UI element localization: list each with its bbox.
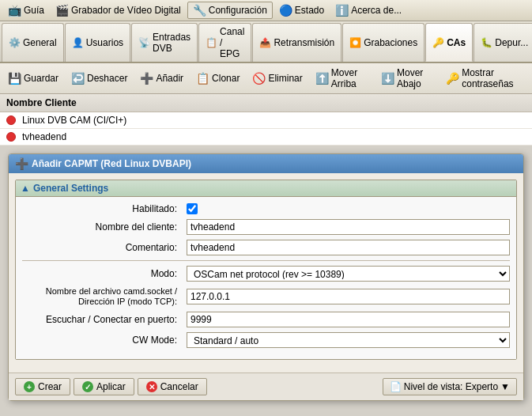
nombre-row: Nombre del cliente: (22, 219, 510, 235)
entradas-icon: 📡 (138, 37, 150, 48)
eliminar-button[interactable]: 🚫 Eliminar (247, 70, 307, 86)
aplicar-button[interactable]: ✓ Aplicar (74, 378, 134, 395)
nivel-icon: 📄 (390, 381, 402, 392)
cw-label: CW Mode: (22, 335, 180, 346)
tab-general[interactable]: ⚙️ General (2, 23, 64, 62)
menu-estado[interactable]: 🔵 Estado (274, 2, 329, 19)
dialog-title: ➕ Añadir CAPMT (Red Linux DVBAPI) (9, 154, 523, 173)
mostrar-icon: 🔑 (446, 72, 459, 85)
puerto-input[interactable] (187, 312, 510, 327)
dialog-area: ➕ Añadir CAPMT (Red Linux DVBAPI) ▲ Gene… (0, 146, 532, 409)
canal-icon: 📋 (206, 37, 217, 48)
nivel-button[interactable]: 📄 Nivel de vista: Experto ▼ (383, 378, 517, 395)
eliminar-icon: 🚫 (252, 72, 266, 85)
clonar-button[interactable]: 📋 Clonar (191, 70, 244, 86)
aplicar-icon: ✓ (82, 381, 93, 392)
comentario-input[interactable] (187, 240, 510, 255)
grabaciones-icon: ⏺️ (349, 37, 361, 48)
nivel-chevron-icon: ▼ (500, 381, 510, 392)
mover-arriba-icon: ⬆️ (315, 72, 329, 85)
table-row[interactable]: Linux DVB CAM (CI/CI+) (0, 112, 532, 129)
menu-bar: 📺 Guía 🎬 Grabador de Vídeo Digital 🔧 Con… (0, 0, 532, 21)
crear-button[interactable]: + Crear (15, 378, 70, 395)
archivo-label: Nombre del archivo camd.socket / Direcci… (22, 286, 180, 307)
habilitado-row: Habilitado: (22, 203, 510, 214)
menu-guia[interactable]: 📺 Guía (3, 2, 49, 19)
cw-select[interactable]: Standard / auto (187, 332, 510, 348)
dialog-title-icon: ➕ (15, 157, 28, 170)
tab-canal[interactable]: 📋 Canal / EPG (198, 23, 251, 62)
grabador-icon: 🎬 (55, 4, 69, 17)
menu-configuracion[interactable]: 🔧 Configuración (187, 2, 273, 19)
nombre-input[interactable] (187, 219, 510, 235)
mostrar-contrasenas-button[interactable]: 🔑 Mostrar contraseñas (441, 66, 529, 91)
footer-left: + Crear ✓ Aplicar ✕ Cancelar (15, 378, 207, 395)
habilitado-checkbox[interactable] (187, 203, 198, 214)
section-header: ▲ General Settings (16, 180, 516, 197)
table-row[interactable]: tvheadend (0, 129, 532, 146)
cw-select-wrapper: Standard / auto (187, 332, 510, 348)
mover-abajo-button[interactable]: ⬇️ Mover Abajo (376, 66, 438, 91)
guia-icon: 📺 (8, 4, 21, 17)
dialog-window: ➕ Añadir CAPMT (Red Linux DVBAPI) ▲ Gene… (8, 153, 524, 401)
cancelar-button[interactable]: ✕ Cancelar (138, 378, 207, 395)
anadir-button[interactable]: ➕ Añadir (135, 70, 188, 86)
general-settings-panel: ▲ General Settings Habilitado: Nombre de… (15, 180, 517, 360)
action-bar: 💾 Guardar ↩️ Deshacer ➕ Añadir 📋 Clonar … (0, 63, 532, 94)
retransmision-icon: 📤 (259, 37, 271, 48)
puerto-label: Escuchar / Conectar en puerto: (22, 314, 180, 325)
deshacer-button[interactable]: ↩️ Deshacer (66, 70, 132, 86)
puerto-row: Escuchar / Conectar en puerto: (22, 312, 510, 327)
modo-label: Modo: (22, 268, 180, 279)
general-icon: ⚙️ (9, 37, 21, 48)
modo-select[interactable]: OSCam net protocol (rev >= 10389) (187, 266, 510, 282)
archivo-row: Nombre del archivo camd.socket / Direcci… (22, 286, 510, 307)
nombre-label: Nombre del cliente: (22, 221, 180, 233)
tab-depur[interactable]: 🐛 Depur... (474, 23, 532, 62)
anadir-icon: ➕ (140, 72, 153, 85)
cas-icon: 🔑 (432, 37, 444, 48)
tab-cas[interactable]: 🔑 CAs (425, 23, 473, 62)
habilitado-label: Habilitado: (22, 203, 180, 214)
deshacer-icon: ↩️ (71, 72, 85, 85)
mover-abajo-icon: ⬇️ (381, 72, 394, 85)
clonar-icon: 📋 (196, 72, 209, 85)
status-dot-red (6, 115, 16, 125)
comentario-label: Comentario: (22, 242, 180, 253)
table-header: Nombre Cliente (0, 94, 532, 112)
tab-grabaciones[interactable]: ⏺️ Grabaciones (342, 23, 424, 62)
status-dot-red (6, 132, 16, 142)
crear-icon: + (24, 381, 35, 392)
comentario-row: Comentario: (22, 240, 510, 255)
main-content: Nombre Cliente Linux DVB CAM (CI/CI+) tv… (0, 94, 532, 146)
estado-icon: 🔵 (279, 4, 292, 17)
toolbar: ⚙️ General 👤 Usuarios 📡 Entradas DVB 📋 C… (0, 21, 532, 63)
form-divider (22, 260, 510, 261)
guardar-button[interactable]: 💾 Guardar (3, 70, 63, 86)
usuarios-icon: 👤 (72, 37, 84, 48)
cancelar-icon: ✕ (146, 381, 157, 392)
acerca-icon: ℹ️ (335, 4, 349, 17)
modo-select-wrapper: OSCam net protocol (rev >= 10389) (187, 266, 510, 282)
menu-grabador[interactable]: 🎬 Grabador de Vídeo Digital (51, 2, 186, 19)
configuracion-icon: 🔧 (193, 4, 206, 17)
cw-row: CW Mode: Standard / auto (22, 332, 510, 348)
section-collapse-icon[interactable]: ▲ (21, 183, 30, 194)
depur-icon: 🐛 (481, 37, 492, 48)
guardar-icon: 💾 (8, 72, 21, 85)
tab-retransmision[interactable]: 📤 Retransmisión (252, 23, 341, 62)
section-body: Habilitado: Nombre del cliente: Comentar… (16, 197, 516, 359)
archivo-input[interactable] (187, 289, 510, 304)
modo-row: Modo: OSCam net protocol (rev >= 10389) (22, 266, 510, 282)
dialog-footer: + Crear ✓ Aplicar ✕ Cancelar 📄 Nivel de … (9, 373, 523, 400)
mover-arriba-button[interactable]: ⬆️ Mover Arriba (311, 66, 373, 91)
tab-entradas[interactable]: 📡 Entradas DVB (131, 23, 198, 62)
menu-acerca[interactable]: ℹ️ Acerca de... (330, 2, 406, 19)
tab-usuarios[interactable]: 👤 Usuarios (65, 23, 130, 62)
dialog-body: ▲ General Settings Habilitado: Nombre de… (9, 173, 523, 373)
